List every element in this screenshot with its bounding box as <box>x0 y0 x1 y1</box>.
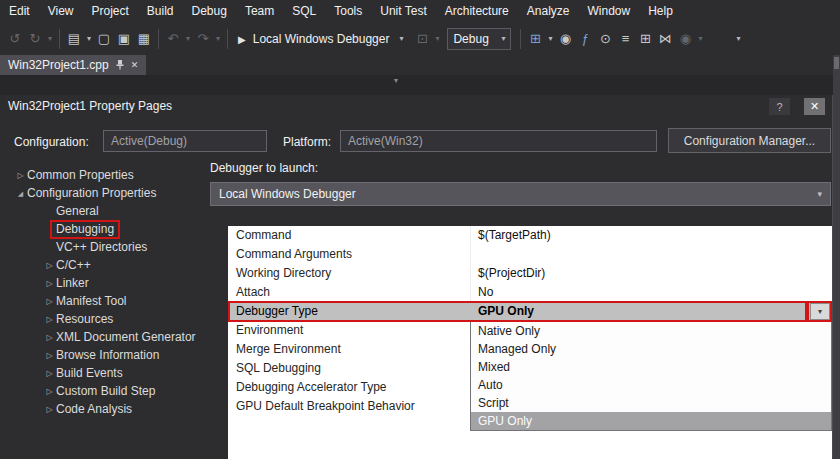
dropdown-option-mixed[interactable]: Mixed <box>471 358 831 376</box>
tree-item-debugging[interactable]: Debugging <box>8 220 218 238</box>
property-value[interactable] <box>470 245 832 264</box>
pin-icon[interactable] <box>116 60 124 70</box>
list-view-icon[interactable] <box>615 27 635 51</box>
configuration-manager-button[interactable]: Configuration Manager... <box>668 128 831 153</box>
navigation-history-chevron-icon[interactable] <box>45 34 55 43</box>
undo-chevron-icon[interactable] <box>183 34 193 43</box>
dialog-help-button[interactable]: ? <box>769 98 790 115</box>
expander-icon[interactable] <box>43 279 56 288</box>
menu-window[interactable]: Window <box>578 0 639 22</box>
expander-icon[interactable] <box>43 315 56 324</box>
property-name: Merge Environment <box>228 340 470 359</box>
save-all-icon[interactable] <box>134 27 154 51</box>
tree-item-manifest-tool[interactable]: Manifest Tool <box>8 292 218 310</box>
editor-scroll-chevron-icon[interactable] <box>394 76 398 85</box>
toolbar-chevron-icon[interactable] <box>695 34 705 43</box>
open-file-icon[interactable] <box>94 27 114 51</box>
property-tree: Common Properties Configuration Properti… <box>8 166 218 418</box>
platform-combo[interactable]: Active(Win32) <box>340 130 657 152</box>
configuration-combo[interactable]: Active(Debug) <box>103 130 267 152</box>
menu-tools[interactable]: Tools <box>325 0 371 22</box>
menu-debug[interactable]: Debug <box>183 0 236 22</box>
edit-function-icon[interactable] <box>575 27 595 51</box>
menu-view[interactable]: View <box>39 0 83 22</box>
attach-chevron-icon[interactable] <box>432 34 442 43</box>
property-row-working-directory[interactable]: Working Directory $(ProjectDir) <box>228 264 832 283</box>
scrollbar-thumb[interactable] <box>834 57 839 69</box>
menu-analyze[interactable]: Analyze <box>518 0 579 22</box>
navigate-back-icon[interactable] <box>5 27 25 51</box>
tree-item-vc-directories[interactable]: VC++ Directories <box>8 238 218 256</box>
toolbar-overflow-icon[interactable] <box>733 34 743 43</box>
property-value[interactable]: GPU Only <box>470 302 832 321</box>
debugger-to-launch-combo[interactable]: Local Windows Debugger <box>210 182 831 206</box>
expander-icon[interactable] <box>43 351 56 360</box>
menu-unit-test[interactable]: Unit Test <box>371 0 435 22</box>
redo-chevron-icon[interactable] <box>213 34 223 43</box>
expander-icon[interactable] <box>43 333 56 342</box>
menu-build[interactable]: Build <box>138 0 183 22</box>
tree-item-build-events[interactable]: Build Events <box>8 364 218 382</box>
start-debugging-button[interactable]: Local Windows Debugger <box>232 27 412 51</box>
property-row-attach[interactable]: Attach No <box>228 283 832 302</box>
document-tab-bar: Win32Project1.cpp ✕ <box>0 55 840 75</box>
undo-icon[interactable] <box>163 27 183 51</box>
property-value[interactable]: $(TargetPath) <box>470 226 832 245</box>
attach-to-process-icon[interactable] <box>412 27 432 51</box>
solution-configuration-combo[interactable]: Debug <box>447 28 511 50</box>
tree-item-custom-build-step[interactable]: Custom Build Step <box>8 382 218 400</box>
expander-icon[interactable] <box>43 369 56 378</box>
menu-team[interactable]: Team <box>236 0 283 22</box>
dropdown-option-script[interactable]: Script <box>471 394 831 412</box>
screenshot-icon[interactable] <box>555 27 575 51</box>
dropdown-option-managed-only[interactable]: Managed Only <box>471 340 831 358</box>
expander-icon[interactable] <box>43 405 56 414</box>
dialog-close-button[interactable]: ✕ <box>804 98 825 115</box>
tab-close-icon[interactable]: ✕ <box>131 55 139 75</box>
new-item-chevron-icon[interactable] <box>84 34 94 43</box>
expander-icon[interactable] <box>43 261 56 270</box>
property-row-command[interactable]: Command $(TargetPath) <box>228 226 832 245</box>
tree-item-c-cpp[interactable]: C/C++ <box>8 256 218 274</box>
dropdown-option-auto[interactable]: Auto <box>471 376 831 394</box>
table-view-icon[interactable] <box>635 27 655 51</box>
property-value[interactable]: $(ProjectDir) <box>470 264 832 283</box>
new-item-icon[interactable] <box>64 27 84 51</box>
menu-architecture[interactable]: Architecture <box>436 0 518 22</box>
expander-icon[interactable] <box>43 387 56 396</box>
menu-project[interactable]: Project <box>82 0 137 22</box>
tree-item-code-analysis[interactable]: Code Analysis <box>8 400 218 418</box>
debugger-type-dropdown-button[interactable] <box>810 303 830 320</box>
property-value[interactable]: No <box>470 283 832 302</box>
tree-item-common-properties[interactable]: Common Properties <box>8 166 218 184</box>
dropdown-option-gpu-only[interactable]: GPU Only <box>471 412 831 430</box>
tab-label: Win32Project1.cpp <box>8 58 109 72</box>
history-icon[interactable] <box>595 27 615 51</box>
menu-sql[interactable]: SQL <box>283 0 325 22</box>
tree-item-general[interactable]: General <box>8 202 218 220</box>
menu-edit[interactable]: Edit <box>0 0 39 22</box>
expander-icon[interactable] <box>14 171 27 180</box>
tree-item-xml-document-generator[interactable]: XML Document Generator <box>8 328 218 346</box>
tab-win32project1-cpp[interactable]: Win32Project1.cpp ✕ <box>0 55 146 75</box>
menu-help[interactable]: Help <box>639 0 682 22</box>
property-row-debugger-type[interactable]: Debugger Type GPU Only <box>228 302 832 321</box>
expander-icon[interactable] <box>43 297 56 306</box>
tree-item-browse-information[interactable]: Browse Information <box>8 346 218 364</box>
save-icon[interactable] <box>114 27 134 51</box>
property-row-command-arguments[interactable]: Command Arguments <box>228 245 832 264</box>
tree-item-linker[interactable]: Linker <box>8 274 218 292</box>
play-icon <box>238 32 246 46</box>
start-debugging-chevron-icon[interactable] <box>396 34 406 43</box>
solution-platform-icon[interactable] <box>525 27 545 51</box>
tree-item-configuration-properties[interactable]: Configuration Properties <box>8 184 218 202</box>
dropdown-option-native-only[interactable]: Native Only <box>471 322 831 340</box>
link-icon[interactable] <box>655 27 675 51</box>
editor-scrollbar[interactable] <box>833 55 840 459</box>
expander-icon[interactable] <box>14 189 27 198</box>
redo-icon[interactable] <box>193 27 213 51</box>
tree-item-resources[interactable]: Resources <box>8 310 218 328</box>
property-name: Debugging Accelerator Type <box>228 378 470 397</box>
platform-chevron-icon[interactable] <box>545 34 555 43</box>
navigate-forward-icon[interactable] <box>25 27 45 51</box>
